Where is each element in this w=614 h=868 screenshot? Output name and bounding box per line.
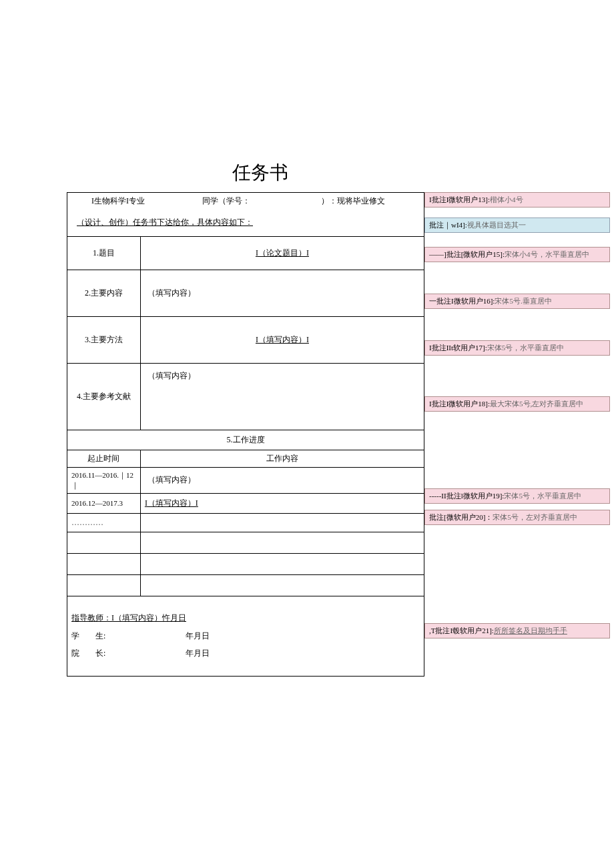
comment-15-text: 宋体小4号，水平垂直居中 (505, 250, 589, 260)
header-line2: （设计、创作）任务书下达给你，具体内容如下： (71, 218, 253, 227)
row2-label: 2.主要内容 (67, 270, 141, 316)
comment-19-text: 宋体5号，水平垂直居中 (504, 491, 581, 501)
row7-time: 2016.12—2017.3 (67, 493, 141, 513)
empty-row-3a (67, 574, 141, 596)
comment-21-author: ,T批注I毂软用户21]: (429, 626, 494, 636)
empty-row-1a (67, 532, 141, 553)
comment-17-text: 宋体5号，水平垂直居中 (487, 343, 565, 353)
comment-16-text: 宋体5号.垂直居中 (495, 296, 551, 306)
empty-row-1b (140, 532, 424, 553)
comment-13: I批注I微软用户13]:楷体小4号 (424, 192, 610, 207)
row5-header: 5.工作进度 (67, 430, 424, 450)
sig-student: 学 生: (71, 631, 105, 640)
comment-16: 一批注I微软用户16]:宋体5号.垂直居中 (424, 294, 610, 309)
comment-18-text: 最大宋体5号,左对齐垂直居中 (490, 399, 583, 409)
row1-content: I（论文题目）I (256, 248, 309, 258)
row8-time: ………… (67, 513, 141, 532)
comment-19: -----II批注l微软用户19]:宋体5号，水平垂直居中 (424, 488, 610, 504)
row3-label: 3.主要方法 (67, 316, 141, 363)
sig-teacher: 指导教师：I（填写内容）忤月日 (71, 613, 186, 622)
comment-18: I批注I微软用户18]:最大宋体5号,左对齐垂直居中 (424, 396, 610, 412)
comment-14: 批注｜wI4]:视具体题目选其一 (424, 218, 610, 233)
sig-student-date: 年月日 (186, 631, 210, 640)
row8-content (140, 513, 424, 532)
comment-13-text: 楷体小4号 (490, 195, 523, 205)
comment-17-author: I批注IIt软用户17]: (429, 343, 487, 353)
comment-16-author: 一批注I微软用户16]: (429, 296, 495, 306)
comment-13-author: I批注I微软用户13]: (429, 195, 490, 205)
comment-18-author: I批注I微软用户18]: (429, 399, 490, 409)
sig-dean-date: 年月日 (186, 648, 210, 658)
comment-21-text: 所所签名及日期均手手 (494, 626, 567, 636)
sig-dean: 院 长: (71, 648, 105, 658)
task-table: I生物科学I专业 同学（学号： ）：现将毕业修文 （设计、创作）任务书下达给你，… (67, 192, 424, 677)
empty-row-3b (140, 574, 424, 596)
comment-14-text: 视具体题目选其一 (467, 220, 526, 230)
row1-label: 1.题目 (67, 236, 141, 270)
row4-content: （填写内容） (147, 371, 196, 380)
document-title: 任务书 (0, 160, 614, 185)
row6-content: （填写内容） (147, 475, 196, 484)
empty-row-2a (67, 553, 141, 574)
row2-content: （填写内容） (147, 288, 196, 298)
row5-col2: 工作内容 (140, 450, 424, 467)
major-text: I生物科学I专业 (71, 196, 145, 205)
comment-20-text: 宋体5号，左对齐垂直居中 (493, 512, 577, 522)
row6-time: 2016.11—2016.｜12｜ (67, 467, 141, 493)
comment-15-author: ——]批注[微软用户15]: (429, 250, 505, 260)
comment-20-author: 批注[微软用户20]： (429, 512, 493, 522)
comment-20: 批注[微软用户20]：宋体5号，左对齐垂直居中 (424, 510, 610, 525)
comment-19-author: -----II批注l微软用户19]: (429, 491, 504, 501)
row3-content: I（填写内容）I (256, 335, 309, 344)
signature-block: 指导教师：I（填写内容）忤月日 学 生:年月日 院 长:年月日 (67, 596, 424, 676)
comment-15: ——]批注[微软用户15]:宋体小4号，水平垂直居中 (424, 247, 610, 262)
comment-17: I批注IIt软用户17]:宋体5号，水平垂直居中 (424, 340, 610, 356)
row4-label: 4.主要参考文献 (67, 363, 141, 430)
empty-row-2b (140, 553, 424, 574)
student-suffix: ）：现将毕业修文 (321, 196, 385, 205)
row5-col1: 起止时间 (67, 450, 141, 467)
comment-14-author: 批注｜wI4]: (429, 220, 467, 230)
student-label: 同学（学号： (202, 196, 250, 205)
comment-21: ,T批注I毂软用户21]:所所签名及日期均手手 (424, 623, 610, 638)
row7-content: I（填写内容）I (145, 498, 198, 508)
